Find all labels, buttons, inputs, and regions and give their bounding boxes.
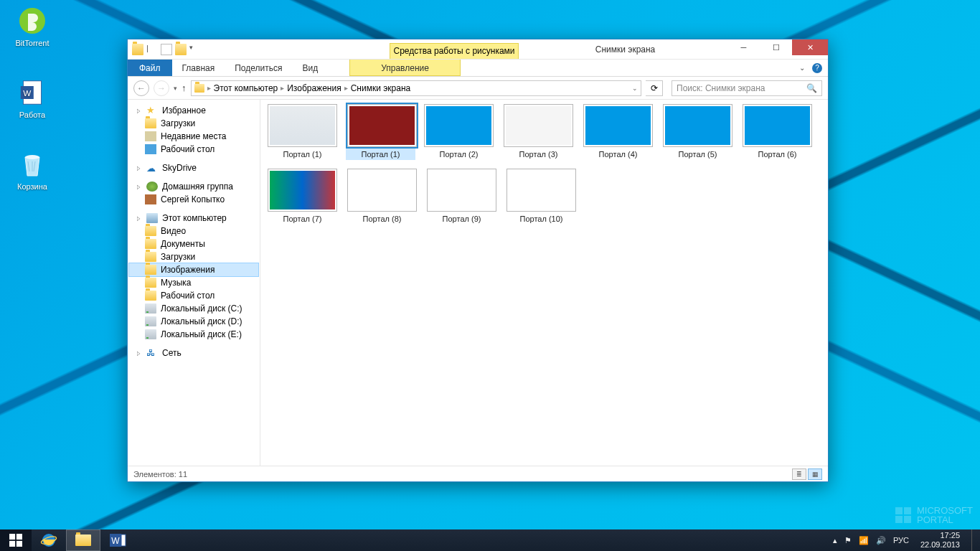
view-details-button[interactable]: ≣ — [792, 468, 806, 480]
search-input[interactable]: Поиск: Снимки экрана 🔍 — [672, 80, 822, 96]
sidebar-item-pictures[interactable]: Изображения — [129, 263, 258, 276]
status-bar: Элементов: 11 ≣ ▦ — [128, 466, 828, 481]
ribbon-file[interactable]: Файл — [128, 60, 172, 76]
file-thumbnail[interactable]: Портал (1) — [346, 103, 415, 160]
file-label: Портал (6) — [743, 150, 812, 159]
thumbnail-preview — [743, 104, 812, 147]
file-thumbnail[interactable]: Портал (1) — [268, 104, 337, 159]
desktop-icon-recycle[interactable]: Корзина — [7, 149, 57, 191]
show-desktop-button[interactable] — [971, 529, 976, 551]
breadcrumb-item[interactable]: Изображения — [287, 83, 341, 93]
sidebar-item-music[interactable]: Музыка — [129, 276, 258, 289]
help-icon[interactable]: ? — [812, 63, 822, 73]
desktop-icon-word[interactable]: W Работа — [7, 77, 57, 119]
ribbon-expand-icon[interactable]: ⌄ — [799, 64, 805, 72]
sidebar-item-drive-c[interactable]: Локальный диск (C:) — [129, 302, 258, 315]
sidebar-item-user[interactable]: Сергей Копытко — [129, 193, 258, 206]
tray-language[interactable]: РУС — [893, 536, 909, 545]
maximize-button[interactable]: ☐ — [760, 39, 792, 55]
breadcrumb-item[interactable]: Этот компьютер — [214, 83, 278, 93]
titlebar[interactable]: | ▾ Средства работы с рисунками Снимки э… — [128, 39, 828, 60]
breadcrumb-dropdown-icon[interactable]: ⌄ — [632, 85, 638, 92]
sidebar-item-desktop[interactable]: Рабочий стол — [129, 143, 258, 156]
thumbnail-preview — [583, 104, 653, 147]
tray-network-icon[interactable]: 📶 — [859, 536, 869, 545]
refresh-button[interactable]: ⟳ — [646, 80, 663, 96]
tray-clock[interactable]: 17:25 22.09.2013 — [916, 531, 964, 549]
taskbar-word[interactable]: W — [100, 529, 135, 551]
sidebar-item-documents[interactable]: Документы — [129, 237, 258, 250]
qat-dropdown-icon[interactable]: ▾ — [189, 44, 193, 55]
ribbon-tab-home[interactable]: Главная — [172, 60, 225, 76]
nav-recent-icon[interactable]: ▾ — [174, 85, 177, 92]
tray-volume-icon[interactable]: 🔊 — [876, 536, 886, 545]
ribbon-tab-manage[interactable]: Управление — [349, 60, 461, 76]
file-thumbnail[interactable]: Портал (3) — [504, 104, 573, 159]
sidebar-network[interactable]: 🖧Сеть — [129, 347, 258, 359]
taskbar-ie[interactable] — [32, 529, 66, 551]
thumbnail-preview — [268, 104, 337, 147]
sidebar-item-drive-d[interactable]: Локальный диск (D:) — [129, 315, 258, 328]
sidebar-item-desktop2[interactable]: Рабочий стол — [129, 289, 258, 302]
avatar-icon — [145, 194, 156, 204]
search-placeholder: Поиск: Снимки экрана — [677, 83, 765, 93]
file-thumbnail[interactable]: Портал (10) — [507, 169, 576, 223]
folder-icon — [145, 226, 156, 236]
sidebar-this-pc[interactable]: Этот компьютер — [129, 212, 258, 225]
svg-rect-7 — [9, 541, 15, 547]
thumbnail-preview — [347, 104, 417, 147]
tray-flag-icon[interactable]: ⚑ — [844, 536, 852, 545]
content-area[interactable]: Портал (1)Портал (1)Портал (2)Портал (3)… — [260, 100, 828, 466]
file-thumbnail[interactable]: Портал (9) — [427, 169, 496, 223]
qat: | ▾ — [128, 39, 197, 59]
minimize-button[interactable]: ─ — [727, 39, 760, 55]
file-label: Портал (10) — [507, 215, 576, 223]
file-thumbnail[interactable]: Портал (4) — [583, 104, 653, 159]
tray-up-icon[interactable]: ▴ — [833, 536, 837, 545]
file-thumbnail[interactable]: Портал (6) — [743, 104, 812, 159]
sidebar-item-downloads2[interactable]: Загрузки — [129, 250, 258, 263]
svg-rect-8 — [17, 541, 22, 547]
folder-icon — [145, 252, 156, 262]
nav-forward-button[interactable]: → — [154, 80, 169, 96]
ribbon-tab-share[interactable]: Поделиться — [225, 60, 292, 76]
taskbar-explorer[interactable] — [66, 529, 100, 551]
sidebar-favorites[interactable]: ★Избранное — [129, 104, 258, 117]
word-doc-icon: W — [17, 77, 47, 108]
desktop: BitTorrent W Работа Корзина MICROSOFTPOR… — [0, 0, 980, 551]
svg-rect-5 — [9, 534, 15, 540]
nav-up-button[interactable]: ↑ — [182, 83, 187, 93]
view-thumbnails-button[interactable]: ▦ — [808, 468, 822, 480]
thumbnail-preview — [504, 104, 573, 147]
window-title: Снимки экрана — [523, 39, 727, 59]
close-button[interactable]: ✕ — [792, 39, 828, 55]
file-label: Портал (5) — [663, 150, 732, 159]
file-thumbnail[interactable]: Портал (8) — [347, 169, 417, 223]
file-thumbnail[interactable]: Портал (5) — [663, 104, 732, 159]
breadcrumb[interactable]: ▸ Этот компьютер ▸ Изображения ▸ Снимки … — [191, 80, 642, 96]
sidebar-item-drive-e[interactable]: Локальный диск (E:) — [129, 328, 258, 341]
sidebar-item-recent[interactable]: Недавние места — [129, 130, 258, 143]
new-folder-icon[interactable] — [175, 44, 187, 55]
svg-rect-6 — [17, 534, 22, 540]
sidebar-homegroup[interactable]: Домашняя группа — [129, 180, 258, 193]
sidebar-item-videos[interactable]: Видео — [129, 225, 258, 237]
svg-point-4 — [25, 155, 39, 159]
sidebar-skydrive[interactable]: ☁SkyDrive — [129, 161, 258, 174]
sidebar-item-downloads[interactable]: Загрузки — [129, 117, 258, 130]
start-button[interactable] — [0, 529, 32, 551]
props-icon[interactable] — [161, 44, 172, 55]
homegroup-icon — [146, 182, 158, 192]
file-thumbnail[interactable]: Портал (7) — [268, 169, 337, 223]
breadcrumb-item[interactable]: Снимки экрана — [351, 83, 411, 93]
file-label: Портал (9) — [427, 215, 496, 223]
folder-icon — [145, 239, 156, 249]
recent-icon — [145, 131, 156, 141]
file-thumbnail[interactable]: Портал (2) — [424, 104, 494, 159]
explorer-window: | ▾ Средства работы с рисунками Снимки э… — [127, 39, 829, 482]
thumbnail-preview — [663, 104, 732, 147]
desktop-icon-bittorrent[interactable]: BitTorrent — [7, 6, 57, 47]
nav-back-button[interactable]: ← — [133, 80, 149, 96]
folder-icon — [75, 534, 91, 546]
ribbon-tab-view[interactable]: Вид — [292, 60, 328, 76]
